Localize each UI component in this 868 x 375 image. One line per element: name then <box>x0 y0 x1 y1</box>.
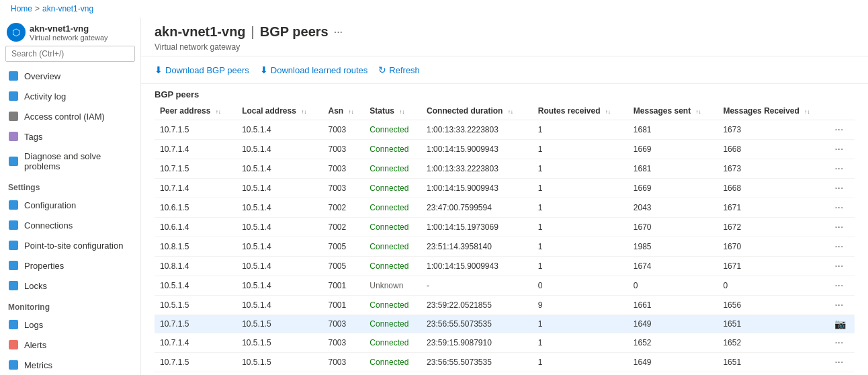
row-actions-4[interactable]: ··· <box>829 198 855 218</box>
cell-10-6: 1649 <box>628 315 718 333</box>
table-row: 10.7.1.510.5.1.47003Connected1:00:13:33.… <box>155 120 855 140</box>
sidebar-item-properties[interactable]: Properties <box>0 255 140 276</box>
more-row-icon[interactable]: ··· <box>834 280 843 291</box>
more-row-icon[interactable]: ··· <box>834 356 843 368</box>
row-actions-10[interactable]: 📷 <box>829 315 855 333</box>
table-row: 10.7.1.410.5.1.57003Connected23:59:15.90… <box>155 333 855 353</box>
col-header-1[interactable]: Local address ↑↓ <box>236 102 322 120</box>
cell-7-2: 7005 <box>322 257 364 276</box>
connections-icon <box>8 220 19 231</box>
cell-6-2: 7005 <box>322 237 364 257</box>
row-actions-11[interactable]: ··· <box>829 333 855 353</box>
cell-3-3: Connected <box>364 179 421 198</box>
alerts-icon <box>8 339 19 350</box>
breadcrumb-home[interactable]: Home <box>11 4 32 13</box>
col-header-4[interactable]: Connected duration ↑↓ <box>421 102 533 120</box>
cell-3-0: 10.7.1.4 <box>155 179 236 198</box>
cell-5-1: 10.5.1.4 <box>236 218 322 237</box>
cell-4-2: 7002 <box>322 198 364 218</box>
resource-icon: ⬡ <box>7 23 26 42</box>
cell-5-2: 7002 <box>322 218 364 237</box>
cell-7-5: 1 <box>533 257 628 276</box>
table-row: 10.6.1.410.5.1.47002Connected1:00:14:15.… <box>155 218 855 237</box>
col-header-6[interactable]: Messages sent ↑↓ <box>628 102 718 120</box>
more-row-icon[interactable]: ··· <box>834 124 843 135</box>
sidebar-item-alerts[interactable]: Alerts <box>0 335 140 355</box>
col-header-3[interactable]: Status ↑↓ <box>364 102 421 120</box>
row-actions-8[interactable]: ··· <box>829 276 855 296</box>
activity-log-icon <box>8 91 19 101</box>
cell-0-5: 1 <box>533 120 628 140</box>
row-actions-12[interactable]: ··· <box>829 353 855 372</box>
more-options-icon[interactable]: ··· <box>334 26 343 38</box>
row-actions-7[interactable]: ··· <box>829 257 855 276</box>
row-actions-2[interactable]: ··· <box>829 159 855 179</box>
cell-3-5: 1 <box>533 179 628 198</box>
svg-rect-1 <box>9 91 18 101</box>
page-subtitle: Virtual network gateway <box>155 42 855 52</box>
nav-section-settings-header: Settings <box>0 176 140 195</box>
col-header-5[interactable]: Routes received ↑↓ <box>533 102 628 120</box>
cell-1-7: 1668 <box>718 140 829 159</box>
content-area: akn-vnet1-vng | BGP peers ··· Virtual ne… <box>141 17 868 375</box>
point-to-site-icon <box>8 240 19 251</box>
cell-0-1: 10.5.1.4 <box>236 120 322 140</box>
cell-10-7: 1651 <box>718 315 829 333</box>
refresh-button[interactable]: ↻ Refresh <box>378 62 420 78</box>
overview-icon <box>8 71 19 81</box>
row-actions-13[interactable]: ··· <box>829 372 855 376</box>
cell-7-1: 10.5.1.4 <box>236 257 322 276</box>
cell-12-5: 1 <box>533 353 628 372</box>
more-row-icon[interactable]: ··· <box>834 221 843 233</box>
more-row-icon[interactable]: ··· <box>834 260 843 272</box>
page-separator: | <box>251 24 255 40</box>
more-row-icon[interactable]: ··· <box>834 241 843 252</box>
download-routes-button[interactable]: ⬇ Download learned routes <box>260 62 368 78</box>
search-input[interactable] <box>5 46 135 62</box>
sidebar-item-tags[interactable]: Tags <box>0 126 140 147</box>
breadcrumb-resource[interactable]: akn-vnet1-vng <box>42 4 93 13</box>
cell-1-5: 1 <box>533 140 628 159</box>
more-row-icon[interactable]: ··· <box>834 337 843 348</box>
sidebar-item-activity-log[interactable]: Activity log <box>0 86 140 106</box>
more-row-icon[interactable]: ··· <box>834 202 843 213</box>
cell-12-6: 1649 <box>628 353 718 372</box>
more-row-icon[interactable]: ··· <box>834 163 843 174</box>
col-header-7[interactable]: Messages Received ↑↓ <box>718 102 829 120</box>
more-row-icon[interactable]: ··· <box>834 182 843 194</box>
sidebar-item-logs[interactable]: Logs <box>0 315 140 335</box>
row-actions-1[interactable]: ··· <box>829 140 855 159</box>
download-bgp-button[interactable]: ⬇ Download BGP peers <box>155 62 249 78</box>
cell-9-1: 10.5.1.4 <box>236 296 322 315</box>
sidebar-item-overview[interactable]: Overview <box>0 66 140 86</box>
sidebar-resource-type: Virtual network gateway <box>30 34 108 42</box>
sidebar-item-access-control[interactable]: Access control (IAM) <box>0 106 140 126</box>
cell-5-3: Connected <box>364 218 421 237</box>
col-header-0[interactable]: Peer address ↑↓ <box>155 102 236 120</box>
cell-12-1: 10.5.1.5 <box>236 353 322 372</box>
row-actions-3[interactable]: ··· <box>829 179 855 198</box>
more-row-icon[interactable]: ··· <box>834 143 843 155</box>
sort-icon-1: ↑↓ <box>301 110 306 115</box>
sidebar-item-configuration[interactable]: Configuration <box>0 195 140 215</box>
cell-9-3: Connected <box>364 296 421 315</box>
row-actions-5[interactable]: ··· <box>829 218 855 237</box>
cell-11-1: 10.5.1.5 <box>236 333 322 353</box>
cell-1-1: 10.5.1.4 <box>236 140 322 159</box>
col-header-2[interactable]: Asn ↑↓ <box>322 102 364 120</box>
sidebar-item-connections[interactable]: Connections <box>0 215 140 235</box>
cell-7-7: 1671 <box>718 257 829 276</box>
cell-2-3: Connected <box>364 159 421 179</box>
row-actions-0[interactable]: ··· <box>829 120 855 140</box>
sidebar-item-locks[interactable]: Locks <box>0 276 140 296</box>
more-row-icon[interactable]: ··· <box>834 299 843 310</box>
row-actions-6[interactable]: ··· <box>829 237 855 257</box>
sidebar-item-point-to-site[interactable]: Point-to-site configuration <box>0 235 140 255</box>
cell-6-1: 10.5.1.4 <box>236 237 322 257</box>
cell-0-0: 10.7.1.5 <box>155 120 236 140</box>
row-actions-9[interactable]: ··· <box>829 296 855 315</box>
sidebar-item-metrics[interactable]: Metrics <box>0 355 140 375</box>
sidebar-item-diagnose[interactable]: Diagnose and solve problems <box>0 147 140 176</box>
cell-0-4: 1:00:13:33.2223803 <box>421 120 533 140</box>
cell-7-6: 1674 <box>628 257 718 276</box>
